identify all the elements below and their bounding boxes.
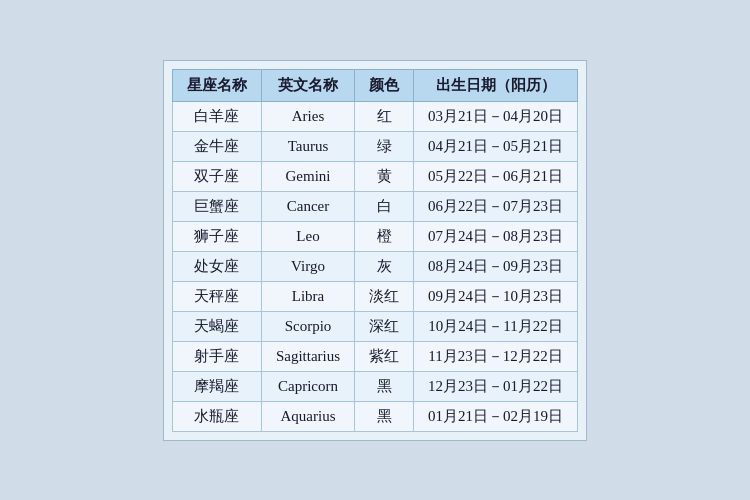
header-color: 颜色 <box>355 69 414 101</box>
cell-chinese-name: 巨蟹座 <box>172 191 261 221</box>
cell-color: 紫红 <box>355 341 414 371</box>
cell-english-name: Aquarius <box>261 401 354 431</box>
cell-dates: 01月21日－02月19日 <box>414 401 578 431</box>
table-row: 白羊座Aries红03月21日－04月20日 <box>172 101 577 131</box>
cell-english-name: Taurus <box>261 131 354 161</box>
cell-chinese-name: 水瓶座 <box>172 401 261 431</box>
cell-english-name: Virgo <box>261 251 354 281</box>
cell-chinese-name: 金牛座 <box>172 131 261 161</box>
cell-color: 黑 <box>355 371 414 401</box>
cell-chinese-name: 狮子座 <box>172 221 261 251</box>
header-dates: 出生日期（阳历） <box>414 69 578 101</box>
cell-english-name: Leo <box>261 221 354 251</box>
cell-dates: 04月21日－05月21日 <box>414 131 578 161</box>
cell-dates: 06月22日－07月23日 <box>414 191 578 221</box>
cell-chinese-name: 处女座 <box>172 251 261 281</box>
cell-color: 黑 <box>355 401 414 431</box>
cell-chinese-name: 摩羯座 <box>172 371 261 401</box>
cell-english-name: Capricorn <box>261 371 354 401</box>
cell-chinese-name: 白羊座 <box>172 101 261 131</box>
table-row: 金牛座Taurus绿04月21日－05月21日 <box>172 131 577 161</box>
zodiac-table: 星座名称 英文名称 颜色 出生日期（阳历） 白羊座Aries红03月21日－04… <box>172 69 578 432</box>
table-row: 天秤座Libra淡红09月24日－10月23日 <box>172 281 577 311</box>
cell-color: 橙 <box>355 221 414 251</box>
cell-english-name: Libra <box>261 281 354 311</box>
cell-dates: 03月21日－04月20日 <box>414 101 578 131</box>
table-row: 处女座Virgo灰08月24日－09月23日 <box>172 251 577 281</box>
cell-dates: 05月22日－06月21日 <box>414 161 578 191</box>
table-header-row: 星座名称 英文名称 颜色 出生日期（阳历） <box>172 69 577 101</box>
cell-dates: 09月24日－10月23日 <box>414 281 578 311</box>
header-english-name: 英文名称 <box>261 69 354 101</box>
table-row: 天蝎座Scorpio深红10月24日－11月22日 <box>172 311 577 341</box>
cell-color: 深红 <box>355 311 414 341</box>
cell-english-name: Scorpio <box>261 311 354 341</box>
cell-dates: 11月23日－12月22日 <box>414 341 578 371</box>
cell-color: 黄 <box>355 161 414 191</box>
table-body: 白羊座Aries红03月21日－04月20日金牛座Taurus绿04月21日－0… <box>172 101 577 431</box>
cell-chinese-name: 天蝎座 <box>172 311 261 341</box>
table-row: 射手座Sagittarius紫红11月23日－12月22日 <box>172 341 577 371</box>
table-row: 水瓶座Aquarius黑01月21日－02月19日 <box>172 401 577 431</box>
cell-english-name: Cancer <box>261 191 354 221</box>
cell-color: 淡红 <box>355 281 414 311</box>
cell-dates: 10月24日－11月22日 <box>414 311 578 341</box>
table-row: 摩羯座Capricorn黑12月23日－01月22日 <box>172 371 577 401</box>
cell-dates: 08月24日－09月23日 <box>414 251 578 281</box>
cell-english-name: Sagittarius <box>261 341 354 371</box>
table-row: 巨蟹座Cancer白06月22日－07月23日 <box>172 191 577 221</box>
table-row: 双子座Gemini黄05月22日－06月21日 <box>172 161 577 191</box>
cell-color: 红 <box>355 101 414 131</box>
cell-color: 白 <box>355 191 414 221</box>
cell-english-name: Gemini <box>261 161 354 191</box>
table-row: 狮子座Leo橙07月24日－08月23日 <box>172 221 577 251</box>
cell-chinese-name: 射手座 <box>172 341 261 371</box>
cell-chinese-name: 天秤座 <box>172 281 261 311</box>
zodiac-table-container: 星座名称 英文名称 颜色 出生日期（阳历） 白羊座Aries红03月21日－04… <box>163 60 587 441</box>
header-chinese-name: 星座名称 <box>172 69 261 101</box>
cell-chinese-name: 双子座 <box>172 161 261 191</box>
cell-color: 灰 <box>355 251 414 281</box>
cell-dates: 12月23日－01月22日 <box>414 371 578 401</box>
cell-color: 绿 <box>355 131 414 161</box>
cell-english-name: Aries <box>261 101 354 131</box>
cell-dates: 07月24日－08月23日 <box>414 221 578 251</box>
